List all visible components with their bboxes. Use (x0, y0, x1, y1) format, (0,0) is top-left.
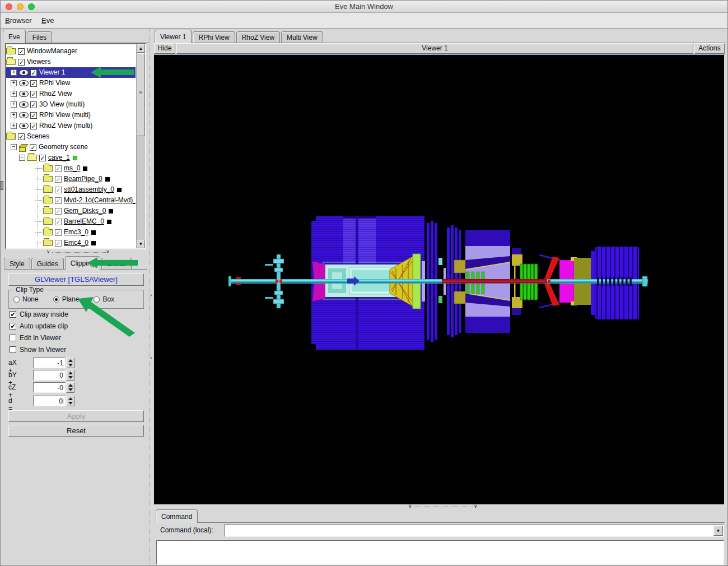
tree-expand-toggle[interactable]: + (11, 80, 17, 86)
tree-expand-toggle[interactable]: + (11, 69, 17, 76)
tree-row[interactable]: −✓cave_1 (6, 152, 136, 163)
tab-viewer-1[interactable]: Viewer 1 (155, 30, 192, 43)
tree-label[interactable]: Emc3_0 (64, 227, 88, 238)
apply-button[interactable]: Apply (8, 410, 144, 422)
tree-scrollbar[interactable]: ▲ ≡ ▼ (136, 44, 145, 248)
tree-checkbox[interactable]: ✓ (30, 69, 37, 76)
tree-label[interactable]: WindowManager (27, 46, 77, 57)
radio-plane[interactable]: Plane (53, 295, 80, 303)
checkbox-clip-away-inside[interactable]: ✔ Clip away inside (10, 310, 68, 318)
tree-row[interactable]: ✓Scenes (6, 131, 136, 142)
tab-style[interactable]: Style (4, 258, 30, 269)
tree-checkbox[interactable]: ✓ (55, 165, 62, 172)
command-input[interactable] (225, 526, 713, 536)
tab-guides[interactable]: Guides (31, 258, 64, 269)
checkbox-auto-update-clip[interactable]: ✔ Auto update clip (10, 322, 68, 330)
checkbox-box[interactable]: ✔ (10, 323, 16, 330)
radio-none-circle[interactable] (13, 296, 20, 303)
tree-label[interactable]: Emc4_0 (64, 238, 88, 248)
sidebar-main-splitter[interactable]: › › (150, 29, 153, 565)
tree-label[interactable]: Geometry scene (39, 142, 88, 152)
menu-browser[interactable]: Browser (5, 16, 32, 25)
tree-checkbox[interactable]: ✓ (18, 133, 25, 140)
tree-label[interactable]: Gem_Disks_0 (64, 206, 106, 216)
actions-button[interactable]: Actions (694, 43, 725, 54)
radio-none[interactable]: None (13, 295, 39, 303)
reset-button[interactable]: Reset (8, 425, 144, 437)
command-combobox[interactable]: ▼ (224, 525, 724, 537)
tree-label[interactable]: stt01assembly_0 (64, 184, 114, 195)
tree-label[interactable]: Mvd-2.1o(Central-Mvd)_ (64, 195, 136, 206)
tree-row[interactable]: ✓stt01assembly_0 (6, 184, 136, 195)
ax-spinner[interactable] (66, 358, 74, 368)
tree-expand-toggle[interactable]: − (11, 144, 17, 150)
cz-input[interactable]: -0 (33, 382, 66, 393)
tab-multi-view[interactable]: Multi View (281, 31, 323, 43)
tree-row[interactable]: ✓Viewers (6, 57, 136, 67)
scroll-down-icon[interactable]: ▼ (137, 240, 145, 248)
tree-checkbox[interactable]: ✓ (30, 80, 37, 87)
tree-row[interactable]: +✓RPhi View (6, 78, 136, 89)
tree-expand-toggle[interactable]: + (11, 91, 17, 97)
tree-checkbox[interactable]: ✓ (18, 59, 25, 66)
by-spinner[interactable] (66, 370, 74, 381)
window-titlebar[interactable]: Eve Main Window (1, 1, 727, 13)
tree-panel-splitter[interactable]: ∨ ∨ (1, 250, 150, 255)
checkbox-box[interactable]: ✔ (10, 335, 16, 341)
tree-row[interactable]: −✓Geometry scene (6, 142, 136, 152)
tree-checkbox[interactable]: ✓ (55, 229, 62, 236)
tree-checkbox[interactable]: ✓ (30, 123, 37, 129)
tab-clipping[interactable]: Clipping (65, 256, 100, 270)
tree-row[interactable]: ✓Emc4_0 (6, 238, 136, 248)
tree-row[interactable]: +✓RPhi View (multi) (6, 110, 136, 120)
tree-row[interactable]: ✓Mvd-2.1o(Central-Mvd)_ (6, 195, 136, 206)
tree-row[interactable]: +✓3D View (multi) (6, 99, 136, 110)
tree-checkbox[interactable]: ✓ (55, 197, 62, 204)
tree-row[interactable]: ✓BarrelEMC_0 (6, 216, 136, 227)
tree-checkbox[interactable]: ✓ (55, 187, 62, 193)
radio-box-circle[interactable] (94, 296, 100, 303)
checkbox-edit-in-viewer[interactable]: ✔ Edit In Viewer (10, 334, 61, 342)
tree-checkbox[interactable]: ✓ (30, 112, 37, 119)
tree-checkbox[interactable]: ✓ (55, 240, 62, 247)
hide-button[interactable]: Hide (154, 43, 175, 54)
tree-expand-toggle[interactable]: + (11, 123, 17, 129)
tab-extras[interactable]: Extras (101, 258, 132, 269)
tree-checkbox[interactable]: ✓ (55, 176, 62, 183)
scroll-up-icon[interactable]: ▲ (137, 44, 145, 53)
tree-checkbox[interactable]: ✓ (30, 144, 36, 151)
gl-viewport[interactable] (154, 55, 724, 504)
tree-row[interactable]: +✓RhoZ View (6, 89, 136, 99)
tree-row[interactable]: ✓Emc3_0 (6, 227, 136, 238)
tree-row[interactable]: +✓RhoZ View (multi) (6, 120, 136, 131)
tab-rhoz-view[interactable]: RhoZ View (236, 31, 280, 43)
tab-command[interactable]: Command (156, 509, 198, 523)
glviewer-header-button[interactable]: GLViewer [TGLSAViewer] (8, 273, 144, 286)
tree-label[interactable]: Scenes (27, 131, 49, 142)
tree-row[interactable]: ✓WindowManager (6, 46, 136, 57)
tree-row[interactable]: ✓ms_0 (6, 163, 136, 174)
tree-label[interactable]: RhoZ View (multi) (39, 120, 92, 131)
tree-label[interactable]: BarrelEMC_0 (64, 216, 104, 227)
tree-label[interactable]: Viewer 1 (39, 67, 65, 78)
tab-files[interactable]: Files (27, 31, 52, 43)
d-spinner[interactable] (66, 396, 74, 406)
ax-input[interactable]: -1 (33, 358, 66, 368)
d-input[interactable]: 0 (33, 396, 66, 406)
tree-row[interactable]: +✓Viewer 1 (6, 67, 136, 78)
tree-expand-toggle[interactable]: + (11, 101, 17, 108)
checkbox-box[interactable]: ✔ (10, 346, 16, 353)
tree-label[interactable]: RPhi View (multi) (39, 110, 91, 120)
checkbox-box[interactable]: ✔ (10, 311, 16, 318)
left-edge-handle[interactable] (1, 181, 3, 190)
scrollbar-thumb[interactable]: ≡ (137, 53, 145, 136)
tree-checkbox[interactable]: ✓ (55, 208, 62, 215)
tree-checkbox[interactable]: ✓ (39, 155, 46, 161)
tree-label[interactable]: RhoZ View (39, 89, 72, 99)
tab-eve[interactable]: Eve (3, 30, 26, 43)
menu-eve[interactable]: Eve (41, 16, 54, 25)
tree-checkbox[interactable]: ✓ (18, 48, 25, 55)
radio-box[interactable]: Box (94, 295, 114, 303)
radio-plane-circle[interactable] (53, 296, 59, 303)
viewport-command-splitter[interactable]: ∨ ∨ (153, 504, 725, 509)
